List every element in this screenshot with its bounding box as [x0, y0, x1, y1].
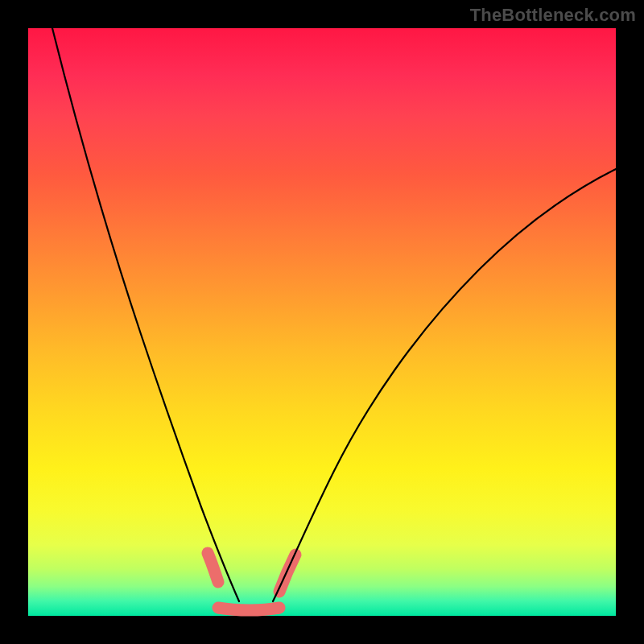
outer-frame: TheBottleneck.com: [0, 0, 644, 644]
right-curve: [273, 169, 616, 601]
plot-area: [28, 28, 616, 616]
left-highlight-segment: [208, 553, 218, 582]
right-highlight-segment: [279, 555, 295, 592]
watermark-text: TheBottleneck.com: [470, 5, 636, 26]
chart-canvas: [28, 28, 616, 616]
bottom-flat-highlight: [218, 608, 279, 610]
left-curve: [52, 28, 239, 601]
